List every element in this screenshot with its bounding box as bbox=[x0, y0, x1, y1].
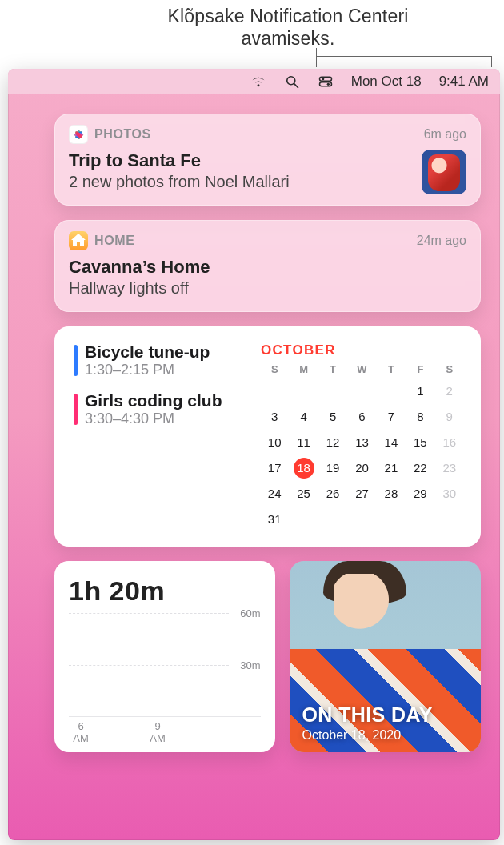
calendar-widget[interactable]: Bicycle tune-up 1:30–2:15 PM Girls codin… bbox=[54, 326, 481, 547]
screen-time-total: 1h 20m bbox=[69, 575, 261, 607]
calendar-day bbox=[319, 380, 346, 402]
photos-app-icon bbox=[69, 125, 88, 144]
notification-app-name: HOME bbox=[94, 234, 134, 248]
calendar-day bbox=[348, 508, 375, 531]
notification-app-name: PHOTOS bbox=[94, 127, 151, 142]
calendar-day[interactable]: 24 bbox=[261, 483, 288, 505]
calendar-day[interactable]: 27 bbox=[348, 483, 375, 505]
screen-time-chart: 60m30m bbox=[69, 613, 261, 717]
memory-heading: ON THIS DAY bbox=[302, 703, 469, 727]
calendar-day bbox=[348, 380, 375, 402]
calendar-day[interactable]: 6 bbox=[348, 406, 375, 428]
calendar-day[interactable]: 23 bbox=[436, 457, 463, 479]
calendar-day[interactable]: 10 bbox=[261, 431, 288, 454]
screen-time-widget[interactable]: 1h 20m 60m30m 6 AM9 AM bbox=[54, 561, 275, 752]
chart-x-tick bbox=[98, 720, 115, 744]
calendar-day bbox=[378, 380, 405, 402]
notification-title: Cavanna’s Home bbox=[69, 257, 466, 278]
annotation-callout: Klõpsake Notification Centeri avamiseks. bbox=[0, 0, 504, 69]
calendar-month: OCTOBER SMTWTFS1234567891011121314151617… bbox=[261, 342, 463, 531]
calendar-events: Bicycle tune-up 1:30–2:15 PM Girls codin… bbox=[74, 342, 250, 531]
calendar-day[interactable]: 28 bbox=[378, 483, 405, 505]
control-center-icon[interactable] bbox=[318, 74, 334, 90]
notification-time: 24m ago bbox=[417, 234, 466, 248]
calendar-day[interactable]: 8 bbox=[406, 406, 434, 428]
calendar-grid: SMTWTFS123456789101112131415161718192021… bbox=[261, 363, 463, 531]
calendar-day[interactable]: 25 bbox=[290, 483, 317, 505]
memory-overlay: ON THIS DAY October 18, 2020 bbox=[302, 703, 469, 743]
notification-time: 6m ago bbox=[424, 127, 466, 142]
calendar-dow: T bbox=[378, 363, 405, 377]
menubar-clock[interactable]: 9:41 AM bbox=[439, 74, 489, 90]
notification-body: 2 new photos from Noel Mallari bbox=[69, 173, 466, 191]
calendar-event[interactable]: Bicycle tune-up 1:30–2:15 PM bbox=[74, 342, 250, 378]
calendar-day[interactable]: 29 bbox=[406, 483, 434, 505]
calendar-day[interactable]: 7 bbox=[378, 406, 405, 428]
calendar-day[interactable]: 13 bbox=[348, 431, 375, 454]
notification-thumbnail bbox=[422, 150, 466, 194]
notification-photos[interactable]: PHOTOS 6m ago Trip to Santa Fe 2 new pho… bbox=[54, 114, 481, 206]
caption-text: Klõpsake Notification Centeri avamiseks. bbox=[136, 5, 440, 50]
spotlight-icon[interactable] bbox=[284, 74, 300, 90]
calendar-day[interactable]: 1 bbox=[406, 380, 434, 402]
calendar-dow: M bbox=[290, 363, 317, 377]
calendar-event[interactable]: Girls coding club 3:30–4:30 PM bbox=[74, 391, 250, 427]
wifi-icon[interactable] bbox=[250, 74, 266, 90]
chart-x-tick: 9 AM bbox=[149, 720, 166, 744]
calendar-month-label: OCTOBER bbox=[261, 342, 463, 358]
calendar-day[interactable]: 14 bbox=[378, 431, 405, 454]
event-title: Girls coding club bbox=[85, 391, 250, 410]
calendar-day[interactable]: 9 bbox=[436, 406, 463, 428]
calendar-day[interactable]: 15 bbox=[406, 431, 434, 454]
calendar-day[interactable]: 31 bbox=[261, 508, 288, 531]
calendar-day bbox=[319, 508, 346, 531]
calendar-dow: T bbox=[319, 363, 346, 377]
chart-y-tick: 30m bbox=[240, 659, 260, 671]
calendar-dow: W bbox=[348, 363, 375, 377]
calendar-day[interactable]: 11 bbox=[290, 431, 317, 454]
event-time: 3:30–4:30 PM bbox=[85, 410, 250, 427]
calendar-day[interactable]: 19 bbox=[319, 457, 346, 479]
menu-bar: Mon Oct 18 9:41 AM bbox=[8, 69, 500, 94]
calendar-day[interactable]: 21 bbox=[378, 457, 405, 479]
home-app-icon bbox=[69, 231, 88, 250]
calendar-day[interactable]: 30 bbox=[436, 483, 463, 505]
svg-rect-4 bbox=[319, 82, 331, 86]
calendar-day bbox=[406, 508, 434, 531]
calendar-day bbox=[378, 508, 405, 531]
event-time: 1:30–2:15 PM bbox=[85, 362, 250, 378]
screen-time-xaxis: 6 AM9 AM bbox=[69, 717, 261, 744]
menubar-date[interactable]: Mon Oct 18 bbox=[351, 74, 422, 90]
svg-point-5 bbox=[326, 82, 329, 85]
chart-x-tick bbox=[123, 720, 141, 744]
calendar-day[interactable]: 3 bbox=[261, 406, 288, 428]
calendar-dow: S bbox=[436, 363, 463, 377]
calendar-day bbox=[290, 508, 317, 531]
calendar-day[interactable]: 4 bbox=[290, 406, 317, 428]
calendar-day[interactable]: 5 bbox=[319, 406, 346, 428]
calendar-day bbox=[290, 380, 317, 402]
notification-home[interactable]: HOME 24m ago Cavanna’s Home Hallway ligh… bbox=[54, 220, 481, 312]
calendar-day bbox=[436, 508, 463, 531]
calendar-day[interactable]: 18 bbox=[290, 457, 317, 479]
calendar-day[interactable]: 20 bbox=[348, 457, 375, 479]
svg-point-3 bbox=[322, 78, 324, 80]
event-title: Bicycle tune-up bbox=[85, 342, 250, 362]
calendar-day[interactable]: 26 bbox=[319, 483, 346, 505]
calendar-dow: S bbox=[261, 363, 288, 377]
notification-body: Hallway lights off bbox=[69, 279, 466, 298]
calendar-day[interactable]: 17 bbox=[261, 457, 288, 479]
calendar-day[interactable]: 22 bbox=[406, 457, 434, 479]
chart-x-tick bbox=[174, 720, 192, 744]
calendar-day[interactable]: 2 bbox=[436, 380, 463, 402]
svg-rect-2 bbox=[319, 77, 331, 81]
calendar-day bbox=[261, 380, 288, 402]
notification-title: Trip to Santa Fe bbox=[69, 150, 466, 171]
calendar-day[interactable]: 16 bbox=[436, 431, 463, 454]
photos-memory-widget[interactable]: ON THIS DAY October 18, 2020 bbox=[290, 561, 482, 752]
memory-date: October 18, 2020 bbox=[302, 728, 469, 743]
desktop-window: Mon Oct 18 9:41 AM bbox=[8, 69, 500, 840]
notification-center: PHOTOS 6m ago Trip to Santa Fe 2 new pho… bbox=[54, 114, 481, 752]
calendar-day[interactable]: 12 bbox=[319, 431, 346, 454]
svg-line-1 bbox=[294, 83, 298, 87]
